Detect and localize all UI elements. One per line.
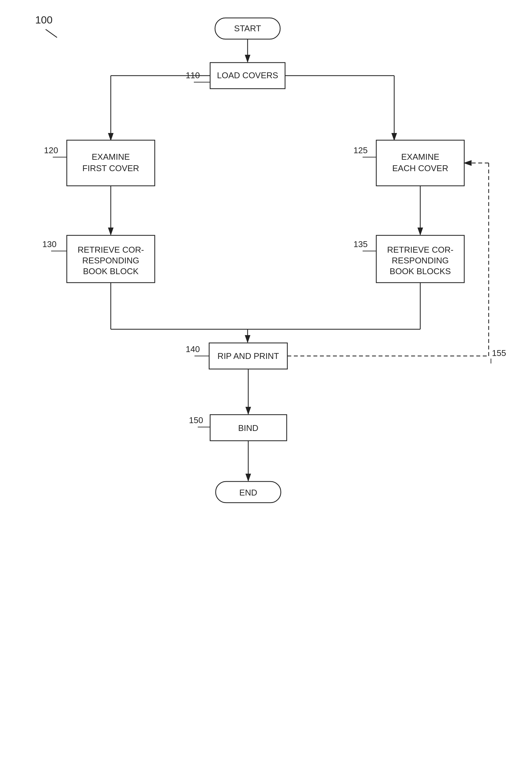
- bind-label: BIND: [238, 423, 258, 433]
- retrieve-blocks-line2: RESPONDING: [392, 256, 449, 265]
- label-140: 140: [186, 344, 200, 354]
- retrieve-block-line3: BOOK BLOCK: [83, 266, 139, 276]
- retrieve-blocks-line3: BOOK BLOCKS: [390, 266, 451, 276]
- svg-rect-15: [376, 140, 464, 186]
- label-135: 135: [353, 239, 367, 249]
- svg-rect-13: [67, 140, 155, 186]
- label-125: 125: [353, 145, 367, 155]
- flowchart-diagram: 100 START 110 LOAD COVERS 120 EXAMINE FI…: [0, 0, 532, 784]
- load-covers-label: LOAD COVERS: [217, 71, 278, 80]
- examine-each-line1: EXAMINE: [401, 152, 439, 162]
- label-150: 150: [189, 415, 203, 425]
- label-155: 155: [492, 348, 506, 358]
- examine-first-line2: FIRST COVER: [82, 163, 139, 173]
- examine-first-line1: EXAMINE: [92, 152, 130, 162]
- start-label: START: [234, 24, 261, 33]
- rip-print-label: RIP AND PRINT: [218, 351, 279, 361]
- retrieve-block-line2: RESPONDING: [82, 256, 140, 265]
- end-label: END: [239, 488, 257, 498]
- retrieve-blocks-line1: RETRIEVE COR-: [387, 245, 453, 255]
- examine-each-line2: EACH COVER: [392, 163, 448, 173]
- label-130: 130: [42, 239, 56, 249]
- retrieve-block-line1: RETRIEVE COR-: [78, 245, 144, 255]
- diagram-label-100: 100: [35, 14, 53, 26]
- label-120: 120: [44, 145, 58, 155]
- svg-rect-2: [0, 0, 532, 784]
